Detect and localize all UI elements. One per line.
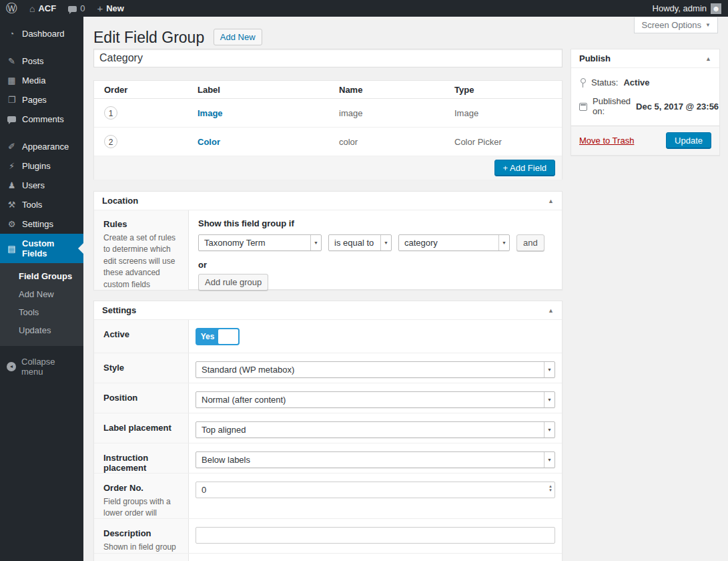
rule-value-select[interactable]: category ▼	[398, 234, 510, 251]
position-label: Position	[103, 393, 179, 403]
howdy-account-menu[interactable]: Howdy, admin	[653, 3, 711, 13]
table-row-image-field: 1 Image image Image	[94, 99, 562, 128]
collapse-menu-button[interactable]: ◂ Collapse menu	[0, 350, 83, 383]
toggle-on-label: Yes	[197, 329, 218, 344]
sidebar-item-label: Users	[22, 180, 45, 190]
screen-options-label: Screen Options	[641, 20, 701, 30]
comments-menu[interactable]: 0	[62, 0, 91, 17]
sidebar-item-label: Plugins	[22, 161, 51, 171]
user-avatar[interactable]: ☻	[711, 3, 721, 14]
field-group-title-input[interactable]	[93, 49, 563, 67]
instruction-placement-select[interactable]: Below labels ▼	[196, 451, 555, 468]
label-placement-select[interactable]: Top aligned ▼	[196, 421, 555, 438]
field-label-link[interactable]: Color	[198, 137, 220, 147]
field-order-handle[interactable]: 1	[104, 106, 117, 120]
admin-sidebar-menu: ◔ Dashboard ✎ Posts ▦ Media ❐ Pages Comm…	[0, 17, 83, 561]
new-content-menu[interactable]: + New	[91, 0, 130, 17]
collapse-toggle-icon[interactable]: ▲	[548, 198, 554, 204]
select-arrow-icon: ▼	[498, 235, 509, 250]
settings-box: Settings ▲ Active Yes Style Standard (WP…	[93, 301, 563, 561]
sidebar-item-label: Tools	[22, 200, 42, 210]
order-no-input[interactable]	[196, 482, 555, 498]
sidebar-item-dashboard[interactable]: ◔ Dashboard	[0, 24, 83, 43]
position-select[interactable]: Normal (after content) ▼	[196, 391, 555, 408]
sidebar-item-plugins[interactable]: ⚡ Plugins	[0, 156, 83, 176]
publish-box: Publish ▲ Status: Active Published on: D…	[571, 49, 720, 156]
sidebar-item-media[interactable]: ▦ Media	[0, 71, 83, 90]
sidebar-item-label: Comments	[22, 114, 64, 124]
custom-fields-icon: ▤	[7, 244, 17, 253]
location-box-header[interactable]: Location ▲	[94, 192, 562, 210]
field-name-cell: color	[329, 137, 444, 147]
spinner-down-icon[interactable]: ▼	[549, 488, 553, 492]
fields-table-footer: + Add Field	[94, 156, 562, 180]
appearance-icon: ✐	[7, 142, 17, 151]
sidebar-item-settings[interactable]: ⚙ Settings	[0, 214, 83, 234]
setting-row-description: Description Shown in field group list	[94, 519, 562, 554]
table-row-color-field: 2 Color color Color Picker	[94, 128, 562, 156]
setting-row-label-placement: Label placement Top aligned ▼	[94, 413, 562, 443]
location-title: Location	[102, 196, 138, 206]
site-name: ACF	[38, 3, 56, 13]
comments-icon	[7, 115, 17, 124]
sidebar-item-users[interactable]: ♟ Users	[0, 176, 83, 195]
publish-box-body: Status: Active Published on: Dec 5, 2017…	[571, 68, 719, 126]
and-rule-button[interactable]: and	[516, 234, 544, 251]
collapse-toggle-icon[interactable]: ▲	[705, 55, 711, 62]
style-select[interactable]: Standard (WP metabox) ▼	[196, 361, 555, 378]
sidebar-item-label: Custom Fields	[22, 238, 77, 258]
comments-count: 0	[80, 3, 85, 13]
rules-control-cell: Show this field group if Taxonomy Term ▼…	[189, 210, 562, 290]
sidebar-item-posts[interactable]: ✎ Posts	[0, 51, 83, 71]
field-order-handle[interactable]: 2	[104, 135, 117, 148]
wp-logo-menu[interactable]: Ⓦ	[0, 0, 23, 17]
admin-bar: Ⓦ ⌂ ACF 0 + New Howdy, admin ☻	[0, 0, 728, 17]
comment-bubble-icon	[68, 6, 77, 12]
sidebar-item-tools[interactable]: ⚒ Tools	[0, 195, 83, 214]
published-value: Dec 5, 2017 @ 23:56	[636, 102, 719, 112]
column-header-label: Label	[188, 85, 329, 95]
add-new-button[interactable]: Add New	[214, 29, 262, 45]
pages-icon: ❐	[7, 96, 17, 104]
fields-table-box: Order Label Name Type 1 Image image Imag…	[93, 80, 563, 179]
publish-title: Publish	[579, 53, 611, 63]
field-type-cell: Color Picker	[444, 137, 562, 147]
setting-row-order-no: Order No. Field groups with a lower orde…	[94, 474, 562, 519]
collapse-menu-label: Collapse menu	[21, 357, 77, 377]
style-label: Style	[103, 363, 179, 373]
sidebar-item-appearance[interactable]: ✐ Appearance	[0, 137, 83, 156]
location-box: Location ▲ Rules Create a set of rules t…	[93, 191, 563, 290]
add-rule-group-button[interactable]: Add rule group	[198, 274, 268, 291]
submenu-item-updates[interactable]: Updates	[0, 321, 83, 339]
label-placement-label: Label placement	[103, 423, 179, 433]
plus-icon: +	[97, 3, 103, 13]
screen-options-button[interactable]: Screen Options ▼	[634, 17, 718, 33]
add-field-button[interactable]: + Add Field	[494, 160, 555, 176]
rule-operator-select[interactable]: is equal to ▼	[328, 234, 392, 251]
settings-box-header[interactable]: Settings ▲	[94, 301, 562, 320]
column-header-type: Type	[444, 85, 562, 95]
field-label-link[interactable]: Image	[198, 108, 223, 118]
rule-param-value: Taxonomy Term	[204, 238, 266, 248]
new-label: New	[106, 3, 124, 13]
submenu-item-tools[interactable]: Tools	[0, 303, 83, 321]
order-no-label: Order No.	[103, 483, 179, 493]
sidebar-item-pages[interactable]: ❐ Pages	[0, 90, 83, 110]
active-toggle[interactable]: Yes	[196, 328, 240, 345]
sidebar-item-custom-fields[interactable]: ▤ Custom Fields	[0, 234, 83, 263]
publish-box-header[interactable]: Publish ▲	[571, 49, 719, 68]
sidebar-item-comments[interactable]: Comments	[0, 110, 83, 129]
current-menu-arrow	[73, 243, 83, 254]
number-spinner[interactable]: ▲ ▼	[549, 484, 553, 492]
submenu-item-add-new[interactable]: Add New	[0, 285, 83, 303]
collapse-toggle-icon[interactable]: ▲	[548, 307, 554, 314]
site-name-menu[interactable]: ⌂ ACF	[23, 0, 62, 17]
select-arrow-icon: ▼	[544, 452, 555, 467]
dashboard-icon: ◔	[7, 29, 17, 38]
published-row: Published on: Dec 5, 2017 @ 23:56	[579, 94, 711, 118]
submenu-item-field-groups[interactable]: Field Groups	[0, 267, 83, 285]
description-input[interactable]	[196, 527, 555, 544]
move-to-trash-link[interactable]: Move to Trash	[579, 136, 634, 146]
rule-param-select[interactable]: Taxonomy Term ▼	[198, 234, 322, 251]
update-button[interactable]: Update	[666, 132, 711, 149]
